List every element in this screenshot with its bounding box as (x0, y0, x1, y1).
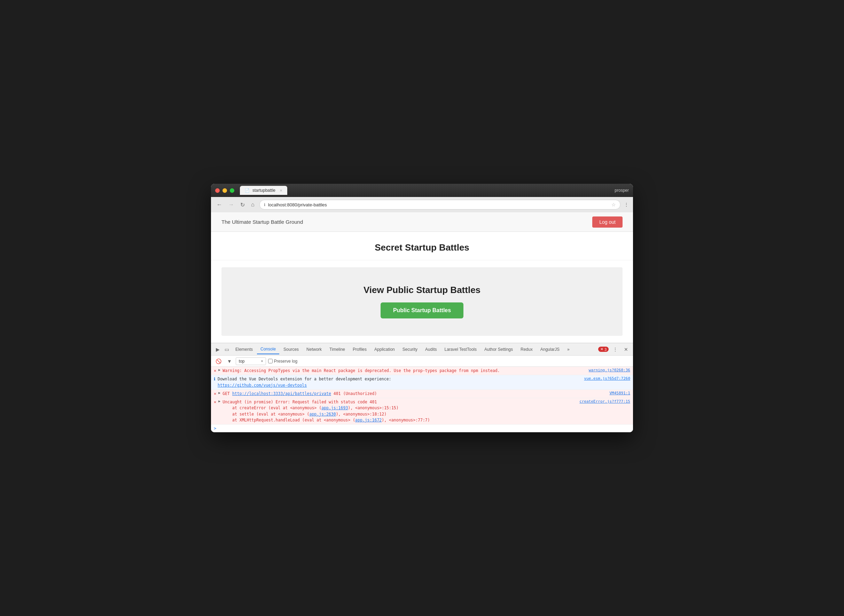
devtools-right-controls: ✕ 3 ⋮ ✕ (598, 345, 630, 353)
devtools-inspect-icon[interactable]: ▭ (223, 345, 231, 353)
url-display[interactable]: localhost:8080/private-battles (268, 202, 609, 207)
tab-angularjs[interactable]: AngularJS (537, 345, 563, 354)
mac-window: 📄 startupbattle ✕ prosper ← → ↻ ⌂ ℹ loca… (211, 184, 633, 432)
clear-console-icon[interactable]: 🚫 (214, 358, 223, 365)
error-count: 3 (605, 347, 606, 352)
tab-author-settings[interactable]: Author Settings (481, 345, 517, 354)
msg-source-2[interactable]: vue.esm.js?65d7:7260 (584, 376, 630, 381)
logout-button[interactable]: Log out (592, 217, 622, 227)
console-msg-uncaught: ✕ ▶ Uncaught (in promise) Error: Request… (211, 398, 633, 425)
devtools-panel: ▶ ▭ Elements Console Sources Network Tim… (211, 343, 633, 432)
close-button[interactable] (215, 188, 220, 193)
devtools-close-icon[interactable]: ✕ (622, 345, 630, 353)
address-bar: ← → ↻ ⌂ ℹ localhost:8080/private-battles… (211, 197, 633, 212)
error-icon-1: ✕ (214, 368, 216, 373)
tab-redux[interactable]: Redux (517, 345, 536, 354)
page-content: Secret Startup Battles View Public Start… (211, 232, 633, 336)
preserve-log-label: Preserve log (268, 359, 297, 364)
error-icon-2: ✕ (214, 391, 216, 396)
view-public-heading: View Public Startup Battles (228, 285, 616, 295)
console-msg-info: ℹ Download the Vue Devtools extension fo… (211, 375, 633, 390)
error-count-badge: ✕ 3 (598, 347, 609, 352)
tab-page-icon: 📄 (245, 188, 250, 193)
tab-more[interactable]: » (564, 345, 573, 354)
console-msg-get-error: ✕ ▶ GET http://localhost:3333/api/battle… (211, 390, 633, 398)
title-bar: 📄 startupbattle ✕ prosper (211, 184, 633, 197)
reload-button[interactable]: ↻ (239, 200, 246, 210)
traffic-lights (215, 188, 234, 193)
address-input-wrap: ℹ localhost:8080/private-battles ☆ (260, 200, 621, 210)
page-heading: Secret Startup Battles (211, 242, 633, 253)
bookmark-icon[interactable]: ☆ (611, 202, 616, 207)
tab-audits[interactable]: Audits (422, 345, 440, 354)
browser-tab[interactable]: 📄 startupbattle ✕ (240, 186, 287, 195)
devtools-tab-bar: ▶ ▭ Elements Console Sources Network Tim… (211, 343, 633, 356)
msg-text-1: Warning: Accessing PropTypes via the mai… (223, 368, 587, 374)
console-msg-warning: ✕ ▶ Warning: Accessing PropTypes via the… (211, 367, 633, 375)
msg-text-4: Uncaught (in promise) Error: Request fai… (223, 399, 577, 423)
console-prompt: > (211, 425, 633, 432)
app-header: The Ultimate Startup Battle Ground Log o… (211, 212, 633, 232)
tab-elements[interactable]: Elements (232, 345, 256, 354)
console-filter-input[interactable] (239, 359, 260, 364)
public-battles-button[interactable]: Public Startup Battles (380, 302, 464, 318)
devtools-more-icon[interactable]: ⋮ (611, 345, 620, 353)
security-icon: ℹ (264, 202, 265, 207)
preserve-log-checkbox[interactable] (268, 359, 273, 363)
filter-dropdown-arrow[interactable]: ▾ (261, 359, 263, 363)
msg-source-3[interactable]: VM45891:1 (609, 391, 630, 395)
error-x-icon: ✕ (600, 347, 603, 352)
maximize-button[interactable] (230, 188, 234, 193)
vue-devtools-link[interactable]: https://github.com/vuejs/vue-devtools (217, 383, 307, 388)
prompt-arrow-icon: > (214, 426, 216, 431)
preserve-log-text: Preserve log (274, 359, 297, 364)
tab-network[interactable]: Network (303, 345, 325, 354)
filter-icon[interactable]: ▼ (225, 358, 233, 365)
more-options-icon[interactable]: ⋮ (624, 202, 629, 207)
tab-profiles[interactable]: Profiles (349, 345, 370, 354)
tab-title: startupbattle (252, 188, 275, 193)
tab-laravel-testtools[interactable]: Laravel TestTools (441, 345, 480, 354)
error-icon-3: ✕ (214, 399, 216, 405)
content-section: View Public Startup Battles Public Start… (222, 267, 622, 336)
msg-text-3: GET http://localhost:3333/api/battles/pr… (223, 391, 607, 397)
tab-timeline[interactable]: Timeline (326, 345, 349, 354)
msg-source-4[interactable]: createError.js?f777:15 (579, 399, 630, 404)
console-messages: ✕ ▶ Warning: Accessing PropTypes via the… (211, 367, 633, 432)
devtools-cursor-icon[interactable]: ▶ (214, 345, 222, 353)
expand-arrow-2[interactable]: ▶ (218, 391, 220, 395)
info-icon-1: ℹ (214, 377, 216, 381)
tab-console[interactable]: Console (257, 345, 279, 354)
minimize-button[interactable] (223, 188, 227, 193)
tab-sources[interactable]: Sources (280, 345, 302, 354)
filter-input-wrap: ▾ (236, 358, 266, 365)
tab-security[interactable]: Security (399, 345, 421, 354)
tab-application[interactable]: Application (371, 345, 398, 354)
api-link[interactable]: http://localhost:3333/api/battles/privat… (232, 391, 331, 396)
expand-arrow-3[interactable]: ▶ (218, 399, 220, 403)
tab-close-icon[interactable]: ✕ (280, 189, 282, 192)
msg-source-1[interactable]: warning.js?0260:36 (589, 368, 630, 373)
console-toolbar: 🚫 ▼ ▾ Preserve log (211, 356, 633, 367)
home-button[interactable]: ⌂ (250, 200, 256, 209)
app-title: The Ultimate Startup Battle Ground (222, 219, 303, 225)
msg-text-2: Download the Vue Devtools extension for … (217, 376, 582, 389)
page-heading-section: Secret Startup Battles (211, 232, 633, 260)
app-name: prosper (615, 188, 629, 193)
expand-arrow-1[interactable]: ▶ (218, 368, 220, 372)
back-button[interactable]: ← (215, 200, 223, 209)
forward-button[interactable]: → (227, 200, 235, 209)
